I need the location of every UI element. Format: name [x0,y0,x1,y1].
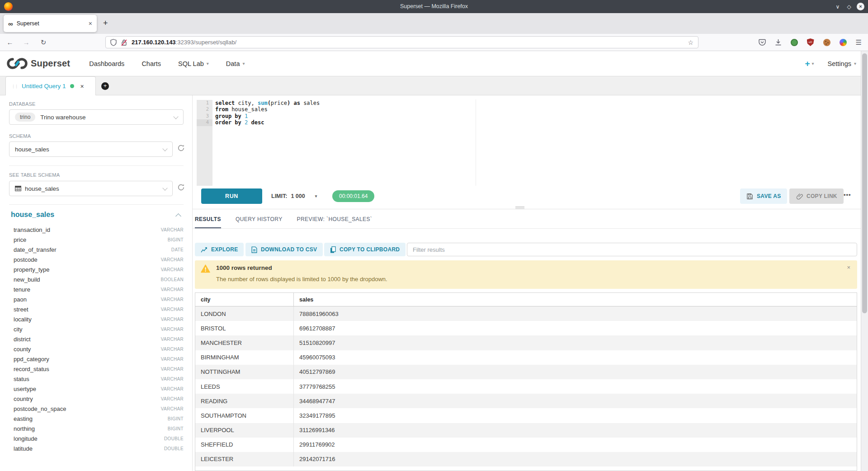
collapse-chevron-up-icon[interactable] [175,213,181,219]
column-name: district [14,336,31,343]
database-select[interactable]: trino Trino warehouse [9,109,184,125]
tab-close-icon[interactable]: × [89,20,92,27]
sql-editor[interactable]: 1234 select city, sum(price) as salesfro… [193,99,861,186]
query-tab-close-icon[interactable]: × [80,83,84,90]
table-row[interactable]: SHEFFIELD29911769902 [195,438,857,452]
column-row[interactable]: countyVARCHAR [0,344,193,354]
superset-logo[interactable]: Superset [7,57,70,70]
table-row[interactable]: BRISTOL69612708887 [195,321,857,335]
sidebar: DATABASE trino Trino warehouse SCHEMA ho… [0,95,193,471]
more-actions-button[interactable]: ••• [844,191,851,198]
window-close-button[interactable]: × [857,3,864,10]
window-minimize-button[interactable]: ∨ [834,4,841,10]
column-row[interactable]: tenureVARCHAR [0,284,193,294]
privacy-badger-icon[interactable] [791,39,798,46]
schema-value: house_sales [15,146,49,153]
back-icon[interactable]: ← [5,34,15,51]
add-new-menu[interactable]: + ▾ [805,59,814,69]
results-tab-results[interactable]: RESULTS [195,216,221,229]
cell-city: BIRMINGHAM [195,350,294,365]
nav-item-charts[interactable]: Charts [142,60,161,67]
url-bar[interactable]: 217.160.120.143:32393/superset/sqllab/ ☆ [105,36,698,48]
column-row[interactable]: latitudeDOUBLE [0,443,193,453]
table-row[interactable]: LIVERPOOL31126991346 [195,423,857,438]
column-row[interactable]: postcodeVARCHAR [0,254,193,264]
table-row[interactable]: LONDON788861960063 [195,306,857,321]
results-tab-query-history[interactable]: QUERY HISTORY [236,216,283,229]
column-row[interactable]: usertypeVARCHAR [0,384,193,394]
settings-menu[interactable]: Settings ▾ [828,60,856,67]
containers-extension-icon[interactable] [840,39,847,46]
scrollbar-thumb[interactable] [862,53,867,313]
window-maximize-button[interactable]: ◇ [845,4,853,10]
results-tab-preview-house-sales[interactable]: PREVIEW: `HOUSE_SALES` [297,216,373,229]
table-row[interactable]: MANCHESTER51510820997 [195,335,857,350]
cookie-extension-icon[interactable] [823,39,830,46]
save-as-button[interactable]: SAVE AS [740,188,787,204]
table-row[interactable]: NOTTINGHAM40512797869 [195,365,857,379]
column-row[interactable]: postcode_no_spaceVARCHAR [0,404,193,414]
column-row[interactable]: statusVARCHAR [0,374,193,384]
column-row[interactable]: countryVARCHAR [0,394,193,404]
download-csv-button[interactable]: DOWNLOAD TO CSV [245,243,323,256]
browser-tab[interactable]: ∞ Superset × [4,15,97,32]
results-table: city sales LONDON788861960063BRISTOL6961… [195,292,857,471]
cell-city: NOTTINGHAM [195,365,294,379]
table-row[interactable]: SOUTHAMPTON32349177895 [195,408,857,423]
shield-permissions-icon[interactable] [110,39,117,46]
column-header-sales[interactable]: sales [294,293,857,306]
table-row[interactable]: LEEDS37779768255 [195,379,857,394]
limit-dropdown[interactable]: LIMIT: 1 000 ▾ [271,188,317,204]
column-row[interactable]: ppd_categoryVARCHAR [0,354,193,364]
column-row[interactable]: cityVARCHAR [0,324,193,334]
reload-icon[interactable]: ↻ [38,34,49,51]
add-query-tab-button[interactable]: + [101,82,109,90]
column-row[interactable]: priceBIGINT [0,235,193,245]
column-row[interactable]: northingBIGINT [0,424,193,433]
ublock-icon[interactable]: uO [807,38,814,46]
refresh-schema-icon[interactable] [177,144,185,152]
alert-close-icon[interactable]: × [847,264,850,271]
pocket-icon[interactable] [759,39,766,46]
column-row[interactable]: date_of_transferDATE [0,245,193,254]
column-row[interactable]: paonVARCHAR [0,294,193,304]
table-row[interactable]: LEICESTER29142071716 [195,452,857,466]
refresh-table-icon[interactable] [177,184,185,191]
schema-select[interactable]: house_sales [9,141,173,157]
column-header-city[interactable]: city [195,293,294,306]
column-row[interactable]: transaction_idVARCHAR [0,225,193,235]
copy-clipboard-button[interactable]: COPY TO CLIPBOARD [324,243,406,256]
new-tab-button[interactable]: + [103,19,108,28]
column-row[interactable]: eastingBIGINT [0,414,193,424]
editor-print-margin [476,99,476,186]
copy-link-button[interactable]: COPY LINK [789,188,844,204]
column-row[interactable]: property_typeVARCHAR [0,264,193,274]
column-row[interactable]: localityVARCHAR [0,314,193,324]
editor-code[interactable]: select city, sum(price) as salesfrom hou… [215,100,320,126]
column-row[interactable]: longitudeDOUBLE [0,433,193,443]
nav-item-dashboards[interactable]: Dashboards [89,60,124,67]
page-scrollbar[interactable] [861,51,868,471]
bookmark-star-icon[interactable]: ☆ [688,39,693,46]
column-row[interactable]: districtVARCHAR [0,334,193,344]
nav-item-sql-lab[interactable]: SQL Lab▾ [178,60,209,67]
column-row[interactable]: record_statusVARCHAR [0,364,193,374]
table-name-heading[interactable]: house_sales [11,211,54,219]
chevron-down-icon: ▾ [854,61,856,66]
column-row[interactable]: streetVARCHAR [0,304,193,314]
table-row[interactable]: READING34468947747 [195,394,857,408]
run-button[interactable]: RUN [201,188,262,204]
column-row[interactable]: new_buildBOOLEAN [0,274,193,284]
drag-grip-icon[interactable]: ⋮⋮ [11,84,18,89]
table-row[interactable]: BIRMINGHAM45960075093 [195,350,857,365]
query-tab[interactable]: ⋮⋮ Untitled Query 1 × [5,76,96,95]
insecure-lock-icon[interactable] [121,39,127,46]
pane-resize-handle[interactable] [515,207,524,210]
menu-hamburger-icon[interactable]: ☰ [856,38,862,47]
nav-item-data[interactable]: Data▾ [226,60,245,67]
downloads-icon[interactable] [775,39,782,46]
explore-button[interactable]: EXPLORE [195,243,244,256]
forward-icon[interactable]: → [21,34,32,51]
table-select[interactable]: house_sales [9,181,173,196]
filter-results-input[interactable] [407,243,857,256]
